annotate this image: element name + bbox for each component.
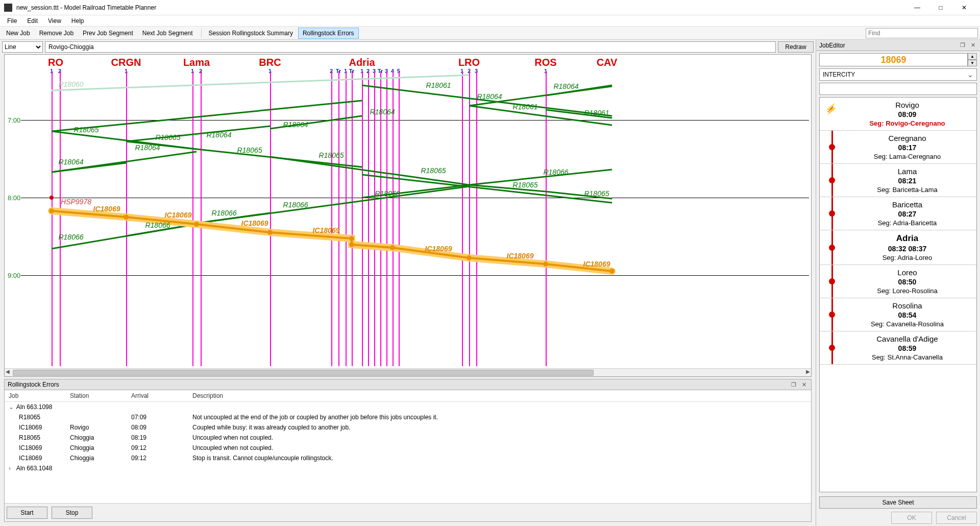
errors-table[interactable]: Job Station Arrival Description ⌄ Aln 66… xyxy=(5,390,811,503)
maximize-button[interactable]: □ xyxy=(929,0,952,15)
train-label[interactable]: R18066 xyxy=(145,221,170,229)
train-label-selected[interactable]: IC18069 xyxy=(93,205,120,213)
svg-point-34 xyxy=(50,196,54,200)
train-label[interactable]: R18065 xyxy=(74,126,99,134)
table-row[interactable]: R1806507:09Not uncoupled at the end of t… xyxy=(5,412,811,422)
train-label[interactable]: R18065 xyxy=(155,133,180,141)
train-label-selected[interactable]: IC18069 xyxy=(583,260,610,268)
train-label[interactable]: HSP9978 xyxy=(61,198,91,206)
table-row[interactable]: ⌄ Aln 663.1098 xyxy=(5,402,811,413)
train-label[interactable]: R18066 xyxy=(283,201,308,209)
timetable-graph[interactable]: 7:008:009:00RO12CRGN1Lama12BRC1Adria2Tr1… xyxy=(4,54,812,377)
job-stop[interactable]: Cavanella d'Adige08:59Seg: St.Anna-Cavan… xyxy=(820,331,976,365)
line-name-field[interactable]: Rovigo-Chioggia xyxy=(45,41,776,53)
svg-point-33 xyxy=(609,269,615,274)
job-stop[interactable]: Adria08:32 08:37Seg: Adria-Loreo xyxy=(820,230,976,265)
train-label-selected[interactable]: IC18069 xyxy=(165,211,192,219)
job-id-spinner[interactable]: ▲ ▼ xyxy=(968,53,977,66)
table-row[interactable]: IC18069Rovigo08:09Coupled while busy: it… xyxy=(5,422,811,433)
toolbar-remove-job[interactable]: Remove Job xyxy=(35,28,78,38)
job-id-field[interactable]: 18069 xyxy=(819,53,968,66)
table-row[interactable]: › Aln 663.1048 xyxy=(5,463,811,473)
jobeditor-close-icon[interactable]: ✕ xyxy=(969,41,977,50)
train-label[interactable]: R18065 xyxy=(237,146,262,154)
job-category-label: INTERCITY xyxy=(823,71,855,78)
errors-start-button[interactable]: Start xyxy=(7,507,47,519)
svg-line-16 xyxy=(469,170,612,185)
train-label[interactable]: R18064 xyxy=(58,158,83,166)
train-label[interactable]: R18065 xyxy=(421,166,446,175)
job-stop[interactable]: Rosolina08:54Seg: Cavanella-Rosolina xyxy=(820,298,976,331)
train-label[interactable]: R18066 xyxy=(58,233,83,241)
train-label[interactable]: R18064 xyxy=(135,144,160,152)
train-label[interactable]: R18064 xyxy=(370,108,395,116)
job-stop[interactable]: Baricetta08:27Seg: Adria-Baricetta xyxy=(820,197,976,230)
close-button[interactable]: ✕ xyxy=(952,0,976,15)
errors-panel-title: Rollingstock Errors ❐ ✕ xyxy=(4,379,812,390)
jobeditor-undock-icon[interactable]: ❐ xyxy=(959,41,967,50)
col-description[interactable]: Description xyxy=(188,390,811,402)
svg-point-31 xyxy=(467,255,472,260)
job-stops-list[interactable]: ⚡⟋Rovigo08:09Seg: Rovigo-CeregnanoCeregn… xyxy=(819,97,977,492)
graph-hscrollbar[interactable] xyxy=(5,368,811,376)
toolbar-next-segment[interactable]: Next Job Segment xyxy=(138,28,197,38)
train-label[interactable]: R18061 xyxy=(584,109,609,117)
errors-stop-button[interactable]: Stop xyxy=(52,507,92,519)
train-label-selected[interactable]: IC18069 xyxy=(241,219,268,227)
redraw-button[interactable]: Redraw xyxy=(778,41,814,53)
train-label[interactable]: R18066 xyxy=(211,209,236,217)
train-label[interactable]: R18066 xyxy=(543,168,568,176)
line-mode-select[interactable]: Line xyxy=(2,41,43,53)
job-extra-field[interactable] xyxy=(819,83,977,95)
train-label[interactable]: R18065 xyxy=(512,181,537,189)
rollingstock-errors-panel: Rollingstock Errors ❐ ✕ Job Station Arri… xyxy=(4,379,812,522)
save-sheet-button[interactable]: Save Sheet xyxy=(819,496,977,509)
menu-help[interactable]: Help xyxy=(66,16,89,26)
toolbar-rolling-summary[interactable]: Session Rollingstock Summary xyxy=(205,28,297,38)
svg-point-29 xyxy=(349,242,354,247)
col-station[interactable]: Station xyxy=(66,390,127,402)
toolbar: New Job Remove Job Prev Job Segment Next… xyxy=(0,27,980,40)
train-label[interactable]: R18064 xyxy=(283,121,308,129)
menu-file[interactable]: File xyxy=(2,16,22,26)
train-label[interactable]: R18066 xyxy=(375,189,400,198)
errors-undock-icon[interactable]: ❐ xyxy=(790,380,798,389)
job-id-up-icon[interactable]: ▲ xyxy=(968,53,977,60)
table-row[interactable]: IC18069Chioggia09:12Uncoupled when not c… xyxy=(5,443,811,453)
col-job[interactable]: Job xyxy=(5,390,66,402)
train-label[interactable]: R18061 xyxy=(426,81,451,89)
cancel-button[interactable]: Cancel xyxy=(936,512,977,524)
menu-edit[interactable]: Edit xyxy=(22,16,43,26)
train-label-selected[interactable]: IC18069 xyxy=(425,245,452,253)
minimize-button[interactable]: ― xyxy=(905,0,929,15)
train-label[interactable]: R18065 xyxy=(318,151,344,159)
train-label[interactable]: R18065 xyxy=(584,189,609,198)
job-editor-title: JobEditor xyxy=(819,42,845,49)
job-stop[interactable]: Lama08:21Seg: Baricetta-Lama xyxy=(820,164,976,197)
toolbar-new-job[interactable]: New Job xyxy=(2,28,34,38)
menubar: File Edit View Help xyxy=(0,15,980,27)
svg-line-0 xyxy=(52,75,469,90)
job-stop[interactable]: Loreo08:50Seg: Loreo-Rosolina xyxy=(820,265,976,298)
errors-close-icon[interactable]: ✕ xyxy=(800,380,808,389)
job-stop[interactable]: ⚡⟋Rovigo08:09Seg: Rovigo-Ceregnano xyxy=(820,98,976,131)
find-input[interactable] xyxy=(866,28,978,38)
job-stop[interactable]: Ceregnano08:17Seg: Lama-Ceregnano xyxy=(820,131,976,164)
train-label[interactable]: R18061 xyxy=(512,103,537,111)
ok-button[interactable]: OK xyxy=(891,512,932,524)
menu-view[interactable]: View xyxy=(43,16,66,26)
toolbar-rolling-errors[interactable]: Rollingstock Errors xyxy=(298,28,359,39)
train-label[interactable]: R18064 xyxy=(206,131,231,139)
col-arrival[interactable]: Arrival xyxy=(127,390,188,402)
train-label[interactable]: R18060 xyxy=(58,80,83,88)
train-label-selected[interactable]: IC18069 xyxy=(313,226,340,234)
train-label-selected[interactable]: IC18069 xyxy=(507,252,534,260)
train-label[interactable]: R18064 xyxy=(477,92,502,101)
train-label[interactable]: R18064 xyxy=(553,82,578,90)
titlebar: new_session.ttt - Model Railroad Timetab… xyxy=(0,0,980,15)
job-id-down-icon[interactable]: ▼ xyxy=(968,60,977,66)
job-category-select[interactable]: INTERCITY xyxy=(819,68,977,81)
table-row[interactable]: R18065Chioggia08:19Uncoupled when not co… xyxy=(5,433,811,443)
toolbar-prev-segment[interactable]: Prev Job Segment xyxy=(79,28,137,38)
table-row[interactable]: IC18069Chioggia09:12Stop is transit. Can… xyxy=(5,453,811,463)
